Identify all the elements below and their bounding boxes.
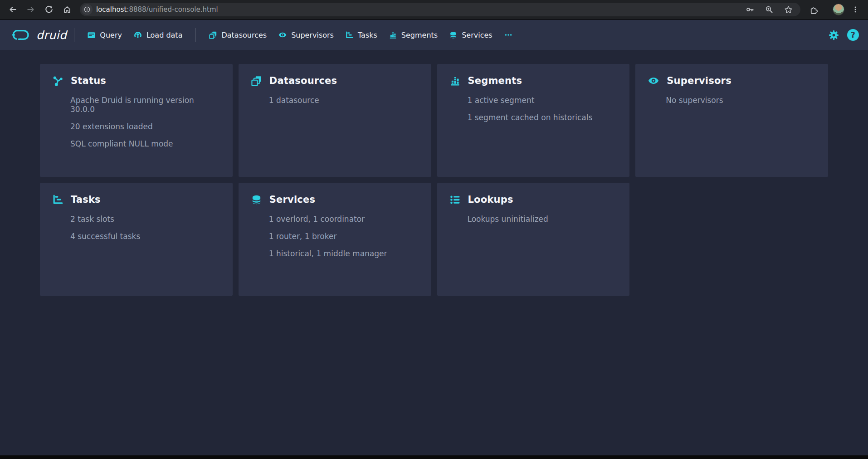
home-view: Status Apache Druid is running version 3… xyxy=(0,50,868,455)
tasks-card[interactable]: Tasks 2 task slots 4 successful tasks xyxy=(40,183,233,296)
nav-more-button[interactable] xyxy=(498,26,518,44)
stacked-chart-icon xyxy=(450,76,460,86)
nav-item-label: Services xyxy=(462,31,492,39)
browser-menu-icon[interactable] xyxy=(847,1,863,18)
eye-icon xyxy=(278,31,287,39)
application-icon xyxy=(88,31,95,39)
card-line: 20 extensions loaded xyxy=(70,122,220,131)
card-line: 1 segment cached on historicals xyxy=(468,113,617,122)
url-path: :8888/unified-console.html xyxy=(127,5,218,14)
card-title: Supervisors xyxy=(667,75,731,86)
card-line: 2 task slots xyxy=(70,215,220,224)
database-icon xyxy=(449,31,457,39)
eye-icon xyxy=(648,75,659,86)
card-line: 1 overlord, 1 coordinator xyxy=(269,215,419,224)
nav-item-label: Datasources xyxy=(221,31,267,39)
url-text[interactable]: localhost:8888/unified-console.html xyxy=(96,5,218,14)
card-grid: Status Apache Druid is running version 3… xyxy=(40,64,828,296)
nav-item-segments[interactable]: Segments xyxy=(383,26,444,44)
card-title: Segments xyxy=(468,75,522,86)
card-line: 1 datasource xyxy=(269,96,419,105)
card-line: 4 successful tasks xyxy=(70,232,220,241)
nav-item-label: Supervisors xyxy=(291,31,334,39)
browser-toolbar: localhost:8888/unified-console.html xyxy=(0,0,868,20)
bookmark-star-icon[interactable] xyxy=(782,4,794,15)
database-icon xyxy=(251,195,262,205)
card-title: Tasks xyxy=(71,194,101,205)
graph-icon xyxy=(53,76,63,86)
lookups-card[interactable]: Lookups Lookups uninitialized xyxy=(437,183,630,296)
nav-item-services[interactable]: Services xyxy=(444,26,498,44)
druid-navbar: druid Query Load data Datasources Superv… xyxy=(0,20,868,50)
nav-divider xyxy=(74,28,74,42)
site-info-icon[interactable] xyxy=(82,4,93,15)
card-title: Services xyxy=(269,194,315,205)
card-line: SQL compliant NULL mode xyxy=(70,139,220,148)
supervisors-card[interactable]: Supervisors No supervisors xyxy=(635,64,828,177)
zoom-icon[interactable] xyxy=(763,4,775,15)
window-bottom-edge xyxy=(0,455,868,459)
nav-item-query[interactable]: Query xyxy=(82,26,128,44)
url-host: localhost xyxy=(96,5,127,14)
nav-item-label: Load data xyxy=(146,31,183,39)
password-key-icon[interactable] xyxy=(744,4,756,15)
nav-item-tasks[interactable]: Tasks xyxy=(340,26,383,44)
profile-avatar[interactable] xyxy=(833,4,844,15)
status-card[interactable]: Status Apache Druid is running version 3… xyxy=(40,64,233,177)
cloud-upload-icon xyxy=(134,31,142,39)
nav-item-load-data[interactable]: Load data xyxy=(128,26,189,44)
card-line: 1 active segment xyxy=(468,96,617,105)
druid-logo-icon xyxy=(11,28,32,42)
card-line: 1 router, 1 broker xyxy=(269,232,419,241)
card-title: Lookups xyxy=(468,194,513,205)
extensions-icon[interactable] xyxy=(805,1,821,18)
card-line: Apache Druid is running version 30.0.0 xyxy=(70,96,220,114)
gantt-chart-icon xyxy=(346,31,353,39)
address-bar[interactable]: localhost:8888/unified-console.html xyxy=(80,3,800,16)
nav-item-label: Segments xyxy=(401,31,438,39)
nav-item-supervisors[interactable]: Supervisors xyxy=(273,26,340,44)
back-icon[interactable] xyxy=(5,1,21,18)
properties-icon xyxy=(450,195,460,205)
brand-name: druid xyxy=(36,29,67,42)
card-title: Datasources xyxy=(269,75,337,86)
card-title: Status xyxy=(71,75,106,86)
services-card[interactable]: Services 1 overlord, 1 coordinator 1 rou… xyxy=(239,183,431,296)
reload-icon[interactable] xyxy=(41,1,57,18)
home-icon[interactable] xyxy=(59,1,75,18)
help-icon[interactable]: ? xyxy=(847,29,859,41)
nav-divider xyxy=(195,28,196,42)
nav-item-label: Tasks xyxy=(358,31,377,39)
segments-card[interactable]: Segments 1 active segment 1 segment cach… xyxy=(437,64,630,177)
card-line: 1 historical, 1 middle manager xyxy=(269,249,419,258)
card-line: No supervisors xyxy=(666,96,815,105)
multi-panels-icon xyxy=(209,31,217,39)
toolbar-divider xyxy=(827,5,827,14)
settings-gear-icon[interactable] xyxy=(829,30,839,40)
nav-item-datasources[interactable]: Datasources xyxy=(203,26,273,44)
more-icon xyxy=(504,31,512,39)
card-line: Lookups uninitialized xyxy=(468,215,617,224)
datasources-card[interactable]: Datasources 1 datasource xyxy=(239,64,431,177)
druid-logo[interactable]: druid xyxy=(11,28,67,42)
forward-icon[interactable] xyxy=(23,1,39,18)
stacked-chart-icon xyxy=(389,31,397,39)
gantt-chart-icon xyxy=(53,195,63,205)
multi-panels-icon xyxy=(251,76,262,86)
nav-item-label: Query xyxy=(100,31,122,39)
